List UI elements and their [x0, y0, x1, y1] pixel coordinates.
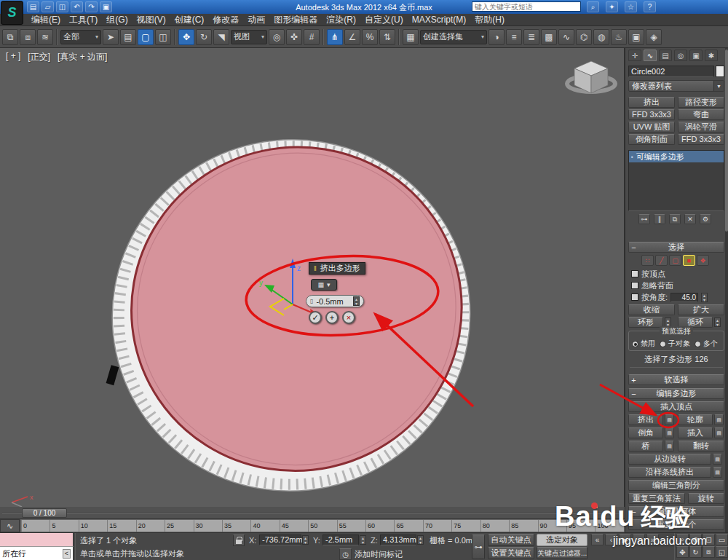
angle-snap-icon[interactable]: ∠ [344, 29, 360, 45]
maxscript-mini-listener[interactable]: 所在行 < [0, 547, 74, 560]
go-to-start-icon[interactable]: « [591, 534, 604, 545]
motion-tab-icon[interactable]: ◎ [674, 50, 687, 61]
graphite-ribbon-icon[interactable]: ▩ [541, 29, 557, 45]
modifier-button-turbosmooth[interactable]: 涡轮平滑 [678, 122, 724, 133]
pan-icon[interactable]: ✥ [676, 546, 689, 558]
spinner[interactable] [360, 535, 366, 545]
retriangulate-button[interactable]: 重复三角算法 [628, 493, 685, 504]
display-tab-icon[interactable]: ▣ [689, 50, 703, 61]
modifier-button-bevelprofile[interactable]: 倒角剖面 [628, 134, 675, 145]
layer-manager-icon[interactable]: ≣ [523, 29, 539, 45]
select-rotate-icon[interactable]: ↻ [196, 29, 212, 45]
flip-button[interactable]: 翻转 [678, 441, 724, 451]
insert-vertex-button[interactable]: 插入顶点 [628, 401, 724, 412]
extrude-along-spline-settings-button[interactable]: ▤ [713, 467, 722, 478]
menu-item[interactable]: 自定义(U) [361, 13, 407, 27]
selection-filter-dropdown[interactable]: 全部▾ [60, 30, 101, 44]
select-link-icon[interactable]: ⧉ [2, 29, 18, 45]
modifier-button-extrude[interactable]: 挤出 [628, 97, 675, 108]
create-tab-icon[interactable]: ✛ [628, 50, 641, 61]
maximize-viewport-icon[interactable]: ◱ [716, 546, 728, 558]
schematic-view-icon[interactable]: ⌬ [576, 29, 592, 45]
listener-scroll-button[interactable]: < [63, 549, 71, 559]
ring-button[interactable]: 环形 [628, 317, 663, 328]
named-selection-dropdown[interactable]: 创建选择集▾ [420, 30, 487, 44]
time-slider-handle[interactable]: 0 / 100 [22, 508, 67, 518]
polygon-subobject-icon[interactable]: ■ [683, 255, 695, 266]
bridge-settings-button[interactable]: ▤ [665, 441, 674, 451]
grow-button[interactable]: 扩大 [678, 304, 724, 315]
search-icon[interactable]: ⌕ [587, 1, 599, 12]
menu-item[interactable]: 视图(V) [133, 13, 170, 27]
by-angle-checkbox[interactable]: 按角度: 45.0 [631, 292, 708, 302]
zoom-icon[interactable]: ⌕ [676, 534, 689, 545]
pin-stack-icon[interactable]: ⊶ [638, 214, 650, 224]
preview-subobject-radio[interactable] [660, 341, 666, 347]
y-coordinate-field[interactable]: -2.5mm [323, 535, 359, 545]
extrude-button[interactable]: 挤出 [628, 414, 663, 425]
material-editor-icon[interactable]: ◍ [593, 29, 609, 45]
menu-item[interactable]: 创建(C) [171, 13, 208, 27]
extrude-type-dropdown[interactable]: ▦ ▾ [311, 279, 337, 291]
previous-frame-icon[interactable]: ‹ [605, 534, 617, 545]
zoom-extents-all-icon[interactable]: ⧈ [703, 546, 715, 558]
rollout-selection-header[interactable]: − 选择 [628, 242, 724, 253]
unlink-selection-icon[interactable]: ⧈ [20, 29, 36, 45]
window-crossing-icon[interactable]: ◫ [155, 29, 171, 45]
remove-modifier-icon[interactable]: ✕ [684, 214, 696, 224]
vertex-subobject-icon[interactable]: ∷ [641, 255, 654, 266]
bevel-settings-button[interactable]: ▤ [665, 427, 674, 438]
align-icon[interactable]: ≡ [506, 29, 522, 45]
x-coordinate-field[interactable]: -736.72mm [259, 535, 301, 545]
repeat-last-button[interactable]: 重复上一个 [628, 519, 724, 530]
extrude-along-spline-button[interactable]: 沿样条线挤出 [628, 467, 711, 478]
next-frame-icon[interactable]: › [633, 534, 645, 545]
outline-button[interactable]: 轮廓 [678, 414, 713, 425]
caddy-ok-button[interactable]: ✓ [309, 311, 322, 324]
clock-icon[interactable]: ◷ [339, 548, 352, 560]
utilities-tab-icon[interactable]: ✱ [705, 50, 718, 61]
spinner[interactable] [302, 535, 309, 545]
rollout-soft-selection-header[interactable]: + 软选择 [628, 374, 724, 385]
zoom-all-icon[interactable]: ⊕ [689, 534, 702, 545]
select-move-icon[interactable]: ✥ [178, 29, 194, 45]
hinge-settings-button[interactable]: ▤ [713, 454, 722, 465]
viewcube[interactable] [567, 61, 615, 93]
trackbar-ruler[interactable]: 0510152025303540455055606570758085909510… [20, 519, 625, 532]
selection-lock-toggle[interactable] [233, 535, 245, 546]
scrollbar-thumb[interactable] [725, 50, 728, 232]
hinge-from-edge-button[interactable]: 从边旋转 [628, 454, 711, 465]
select-scale-icon[interactable]: ◥ [213, 29, 229, 45]
menu-item[interactable]: 修改器 [209, 13, 242, 27]
modifier-list-dropdown[interactable]: 修改器列表 ▼ [628, 80, 724, 92]
play-animation-icon[interactable]: ▶ [619, 534, 631, 545]
menu-item[interactable]: 编辑(E) [28, 13, 64, 27]
zoom-region-icon[interactable]: ▭ [716, 534, 728, 545]
caddy-apply-button[interactable]: + [325, 311, 339, 324]
angle-value-field[interactable]: 45.0 [670, 293, 698, 302]
percent-snap-icon[interactable]: % [362, 29, 378, 45]
shrink-button[interactable]: 收缩 [628, 304, 675, 315]
viewport-menu-pov[interactable]: [正交] [28, 51, 50, 63]
extrude-height-field[interactable]: ▯ -0.5mm [306, 295, 364, 307]
set-key-mode-button[interactable]: ⊶ [472, 535, 485, 559]
orbit-icon[interactable]: ↻ [689, 546, 702, 558]
spinner[interactable] [714, 318, 721, 327]
edit-triangulation-button[interactable]: 编辑三角剖分 [628, 480, 724, 491]
menu-item[interactable]: 帮助(H) [471, 13, 508, 27]
modifier-button-pathdeform[interactable]: 路径变形 [678, 97, 724, 108]
bind-spacewarp-icon[interactable]: ≋ [37, 29, 53, 45]
modify-tab-icon[interactable]: ∿ [644, 50, 657, 61]
open-mini-curve-editor-button[interactable]: ∿ [0, 519, 20, 532]
spinner[interactable] [417, 535, 424, 545]
select-object-icon[interactable]: ➤ [103, 29, 119, 45]
curve-editor-icon[interactable]: ∿ [558, 29, 574, 45]
modifier-button-ffd2[interactable]: FFD 3x3x3 [678, 134, 724, 145]
go-to-end-icon[interactable]: » [646, 534, 659, 545]
configure-modifier-sets-icon[interactable]: ⚙ [700, 214, 711, 224]
panel-scrollbar[interactable] [725, 48, 728, 560]
stack-item-editable-poly[interactable]: ▪ 可编辑多边形 [629, 151, 724, 162]
modifier-stack[interactable]: ▪ 可编辑多边形 [628, 150, 724, 211]
spinner-snap-icon[interactable]: ⇅ [379, 29, 395, 45]
rollout-edit-polygons-header[interactable]: − 编辑多边形 [628, 388, 724, 399]
